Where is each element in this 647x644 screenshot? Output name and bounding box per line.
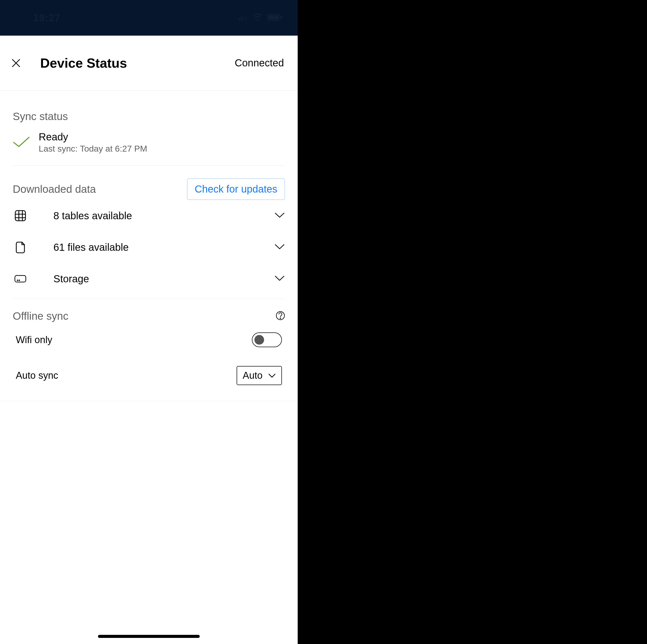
close-button[interactable] bbox=[10, 57, 22, 69]
close-icon bbox=[11, 58, 21, 68]
svg-rect-7 bbox=[281, 16, 282, 18]
downloaded-data-section: Downloaded data Check for updates 8 tabl… bbox=[0, 166, 298, 299]
sync-status-text: Ready Last sync: Today at 6:27 PM bbox=[39, 131, 147, 154]
auto-sync-label: Auto sync bbox=[16, 370, 58, 381]
svg-point-15 bbox=[19, 280, 19, 281]
app-screen: 18:27 Device Status Connected Sync statu… bbox=[0, 0, 298, 644]
chevron-down-icon bbox=[268, 373, 276, 378]
chevron-down-icon bbox=[274, 212, 285, 220]
svg-point-4 bbox=[257, 19, 259, 21]
svg-rect-13 bbox=[15, 275, 26, 282]
auto-sync-value: Auto bbox=[243, 370, 263, 381]
sync-status-row: Ready Last sync: Today at 6:27 PM bbox=[13, 123, 285, 166]
wifi-only-row: Wifi only bbox=[13, 322, 285, 352]
svg-rect-1 bbox=[241, 16, 242, 21]
last-sync-label: Last sync: Today at 6:27 PM bbox=[39, 144, 147, 154]
files-row[interactable]: 61 files available bbox=[13, 231, 285, 263]
auto-sync-row: Auto sync Auto bbox=[13, 352, 285, 390]
status-bar: 18:27 bbox=[0, 0, 298, 35]
svg-rect-6 bbox=[269, 15, 279, 19]
tables-label: 8 tables available bbox=[54, 210, 266, 222]
wifi-only-toggle[interactable] bbox=[252, 332, 282, 347]
table-icon bbox=[14, 209, 27, 222]
storage-icon bbox=[14, 272, 27, 286]
svg-rect-3 bbox=[245, 14, 247, 21]
page-title: Device Status bbox=[40, 56, 217, 71]
connection-status: Connected bbox=[235, 57, 284, 69]
check-updates-button[interactable]: Check for updates bbox=[187, 178, 285, 200]
downloaded-data-heading: Downloaded data bbox=[13, 183, 96, 195]
cellular-icon bbox=[239, 14, 248, 22]
home-indicator[interactable] bbox=[98, 635, 200, 638]
file-icon bbox=[14, 241, 27, 254]
storage-label: Storage bbox=[54, 273, 266, 285]
checkmark-icon bbox=[13, 136, 30, 149]
svg-point-14 bbox=[17, 280, 18, 281]
status-time: 18:27 bbox=[33, 12, 60, 24]
help-icon[interactable] bbox=[276, 311, 285, 321]
offline-sync-heading: Offline sync bbox=[13, 310, 68, 322]
auto-sync-select[interactable]: Auto bbox=[237, 366, 282, 385]
files-label: 61 files available bbox=[54, 242, 266, 253]
wifi-only-label: Wifi only bbox=[16, 334, 53, 345]
chevron-down-icon bbox=[274, 243, 285, 251]
offline-sync-section: Offline sync Wifi only Auto sync Auto bbox=[0, 299, 298, 401]
nav-bar: Device Status Connected bbox=[0, 35, 298, 91]
sync-status-section: Sync status Ready Last sync: Today at 6:… bbox=[0, 91, 298, 166]
svg-rect-0 bbox=[239, 18, 240, 21]
svg-rect-8 bbox=[15, 211, 25, 221]
toggle-knob bbox=[255, 335, 264, 345]
svg-point-17 bbox=[280, 318, 281, 319]
status-icons bbox=[239, 13, 282, 22]
storage-row[interactable]: Storage bbox=[13, 263, 285, 295]
sync-state-label: Ready bbox=[39, 131, 147, 143]
svg-rect-2 bbox=[243, 15, 244, 21]
sync-status-heading: Sync status bbox=[13, 110, 285, 123]
wifi-icon bbox=[253, 13, 263, 22]
battery-icon bbox=[267, 14, 282, 22]
chevron-down-icon bbox=[274, 275, 285, 283]
tables-row[interactable]: 8 tables available bbox=[13, 200, 285, 231]
